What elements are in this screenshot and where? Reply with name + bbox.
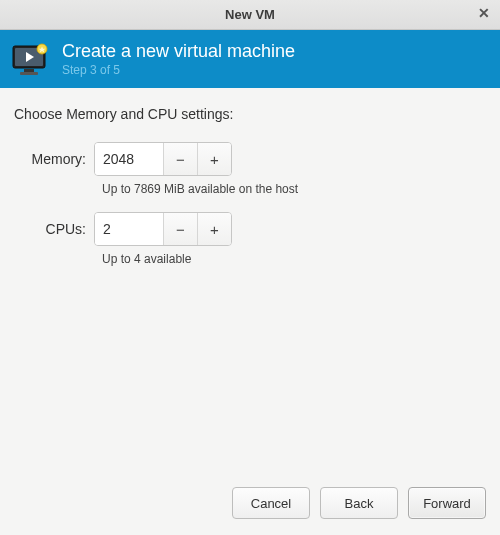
memory-decrement-button[interactable]: −	[163, 143, 197, 175]
cpus-hint: Up to 4 available	[102, 252, 486, 266]
cpus-decrement-button[interactable]: −	[163, 213, 197, 245]
memory-label: Memory:	[14, 151, 94, 167]
memory-input[interactable]	[95, 143, 163, 175]
back-button[interactable]: Back	[320, 487, 398, 519]
wizard-header: Create a new virtual machine Step 3 of 5	[0, 30, 500, 88]
svg-rect-4	[20, 72, 38, 75]
memory-stepper: − +	[94, 142, 232, 176]
header-step: Step 3 of 5	[62, 63, 295, 77]
titlebar: New VM ✕	[0, 0, 500, 30]
cpus-increment-button[interactable]: +	[197, 213, 231, 245]
cpus-input[interactable]	[95, 213, 163, 245]
vm-monitor-icon	[12, 43, 50, 75]
cpus-stepper: − +	[94, 212, 232, 246]
svg-rect-3	[24, 69, 34, 72]
window-title: New VM	[225, 7, 275, 22]
memory-row: Memory: − +	[14, 142, 486, 176]
forward-button[interactable]: Forward	[408, 487, 486, 519]
content-area: Choose Memory and CPU settings: Memory: …	[0, 88, 500, 477]
cpus-row: CPUs: − +	[14, 212, 486, 246]
cpus-label: CPUs:	[14, 221, 94, 237]
header-title: Create a new virtual machine	[62, 41, 295, 63]
memory-increment-button[interactable]: +	[197, 143, 231, 175]
footer-buttons: Cancel Back Forward	[0, 477, 500, 535]
settings-prompt: Choose Memory and CPU settings:	[14, 106, 486, 122]
cancel-button[interactable]: Cancel	[232, 487, 310, 519]
close-icon[interactable]: ✕	[478, 6, 490, 20]
memory-hint: Up to 7869 MiB available on the host	[102, 182, 486, 196]
header-text: Create a new virtual machine Step 3 of 5	[62, 41, 295, 78]
